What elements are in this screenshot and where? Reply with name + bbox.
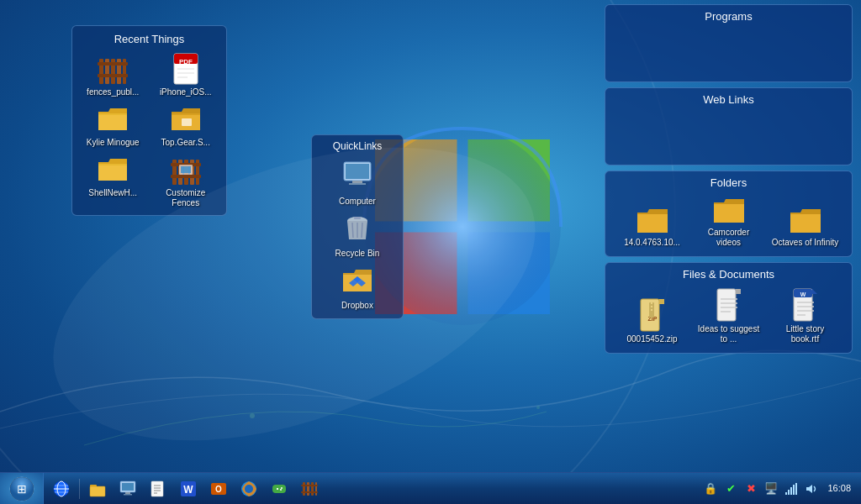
- windows-logo: [353, 118, 572, 336]
- systray-icon-monitor[interactable]: 🖥️: [762, 475, 780, 503]
- quicklinks-computer[interactable]: Computer: [319, 157, 396, 209]
- svg-rect-28: [181, 166, 191, 173]
- svg-rect-83: [272, 485, 286, 493]
- svg-rect-8: [98, 62, 128, 66]
- recent-item-iphone[interactable]: PDF iPhone_iOS...: [152, 52, 220, 97]
- folder-icon-2: [169, 102, 203, 136]
- recent-things-panel: Recent Things fences_publ...: [71, 25, 227, 216]
- quicklinks-dropbox[interactable]: Dropbox: [319, 261, 396, 313]
- folder-item-1[interactable]: Camcorder videos: [695, 196, 763, 248]
- quicklinks-title: QuickLinks: [319, 140, 396, 152]
- svg-rect-90: [311, 482, 314, 496]
- folders-content: 14.0.4763.10... Camcorder videos Octaves…: [614, 192, 843, 251]
- svg-text:W: W: [800, 291, 806, 297]
- dropbox-icon: [341, 265, 373, 299]
- recent-item-kylie[interactable]: Kylie Minogue: [79, 102, 147, 148]
- svg-rect-32: [349, 183, 366, 185]
- recent-item-fences[interactable]: fences_publ...: [79, 52, 147, 97]
- file-item-0[interactable]: ZIP 00015452.zip: [619, 297, 686, 344]
- file-label: Ideas to suggest to ...: [695, 324, 763, 344]
- svg-rect-16: [98, 113, 127, 115]
- programs-content: [614, 26, 843, 76]
- programs-title: Programs: [614, 10, 843, 23]
- file-item-1[interactable]: Ideas to suggest to ...: [695, 287, 763, 344]
- svg-rect-71: [124, 494, 132, 496]
- taskbar-icon-explorer[interactable]: [83, 475, 112, 503]
- svg-rect-31: [352, 181, 362, 183]
- taskbar-icon-word[interactable]: W: [174, 475, 203, 503]
- quicklinks-recycle[interactable]: Recycle Bin: [319, 209, 396, 261]
- folder-icon-3: [96, 153, 129, 186]
- recent-item-label: Top.Gear.S...: [161, 138, 210, 148]
- svg-point-1: [536, 406, 540, 409]
- svg-rect-45: [717, 289, 736, 321]
- taskbar-icon-computer[interactable]: [114, 475, 142, 503]
- systray-icon-network[interactable]: [782, 475, 800, 503]
- taskbar-icon-firefox[interactable]: [235, 475, 263, 503]
- svg-text:⊞: ⊞: [17, 482, 27, 496]
- svg-point-2: [364, 129, 561, 325]
- folders-title: Folders: [614, 176, 843, 189]
- svg-rect-97: [793, 485, 795, 495]
- file-label: 00015452.zip: [626, 334, 677, 344]
- recent-item-topgear[interactable]: Top.Gear.S...: [152, 102, 220, 148]
- clock[interactable]: 16:08: [822, 482, 856, 494]
- recent-item-shellnew[interactable]: ShellNewH...: [79, 153, 147, 208]
- svg-rect-43: [651, 306, 652, 307]
- folder-item-2[interactable]: Octaves of Infinity: [772, 206, 839, 248]
- svg-text:W: W: [183, 484, 193, 496]
- desktop: Recent Things fences_publ...: [0, 0, 861, 504]
- svg-line-34: [352, 223, 353, 238]
- svg-rect-26: [171, 175, 201, 178]
- svg-rect-17: [172, 113, 200, 115]
- svg-rect-19: [98, 164, 127, 165]
- svg-rect-67: [90, 486, 105, 496]
- systray-icon-x[interactable]: ✖: [742, 475, 760, 503]
- taskbar-icon-ie[interactable]: [47, 475, 76, 503]
- taskbar-icon-notepad[interactable]: [144, 475, 172, 503]
- systray-icon-volume[interactable]: [802, 475, 821, 503]
- quicklinks-dropbox-label: Dropbox: [341, 301, 373, 310]
- computer-icon: [341, 160, 374, 195]
- svg-rect-39: [659, 299, 664, 304]
- svg-rect-29: [344, 162, 371, 181]
- quicklinks-panel: QuickLinks Computer: [311, 134, 404, 319]
- svg-rect-96: [790, 487, 792, 495]
- taskbar-quick-launch: W O: [44, 475, 327, 503]
- svg-rect-46: [736, 289, 741, 294]
- taskbar-icon-fences[interactable]: [295, 475, 324, 503]
- svg-rect-9: [98, 74, 128, 77]
- svg-point-33: [347, 217, 367, 225]
- svg-rect-70: [125, 492, 130, 494]
- folders-panel: Folders 14.0.4763.10... Camcorder videos: [605, 171, 853, 257]
- recent-item-customize[interactable]: Customize Fences: [152, 153, 220, 208]
- taskbar-separator: [79, 479, 80, 499]
- systray-icon-lock[interactable]: 🔒: [701, 475, 720, 503]
- taskbar-icon-outlook[interactable]: O: [204, 475, 233, 503]
- svg-rect-88: [303, 482, 305, 496]
- svg-rect-42: [651, 302, 652, 304]
- pdf-icon: PDF: [169, 52, 203, 86]
- recent-item-label: ShellNewH...: [88, 188, 137, 198]
- svg-line-36: [362, 223, 362, 238]
- svg-rect-98: [795, 483, 797, 495]
- svg-rect-95: [788, 490, 790, 495]
- taskbar-icon-game[interactable]: [265, 475, 293, 503]
- quicklinks-computer-label: Computer: [339, 197, 376, 206]
- files-panel: Files & Documents ZIP 00015452.zip: [605, 262, 853, 354]
- start-button[interactable]: ⊞: [0, 473, 44, 505]
- file-item-2[interactable]: W Little story book.rtf: [772, 287, 839, 344]
- folder-icon: [96, 102, 129, 136]
- weblinks-content: [614, 109, 843, 160]
- folder-label: 14.0.4763.10...: [624, 238, 680, 248]
- svg-rect-94: [785, 492, 787, 495]
- folder-item-0[interactable]: 14.0.4763.10...: [619, 206, 686, 248]
- programs-panel: Programs: [605, 4, 853, 82]
- systray-icon-check[interactable]: ✔: [721, 475, 740, 503]
- svg-text:O: O: [215, 485, 222, 494]
- svg-rect-91: [315, 482, 317, 496]
- folder-label: Octaves of Infinity: [772, 238, 838, 248]
- time-display: 16:08: [827, 482, 851, 494]
- recent-item-label: Kylie Minogue: [87, 138, 140, 148]
- right-panels: Programs Web Links Folders 14.0.4763.10.…: [605, 4, 853, 354]
